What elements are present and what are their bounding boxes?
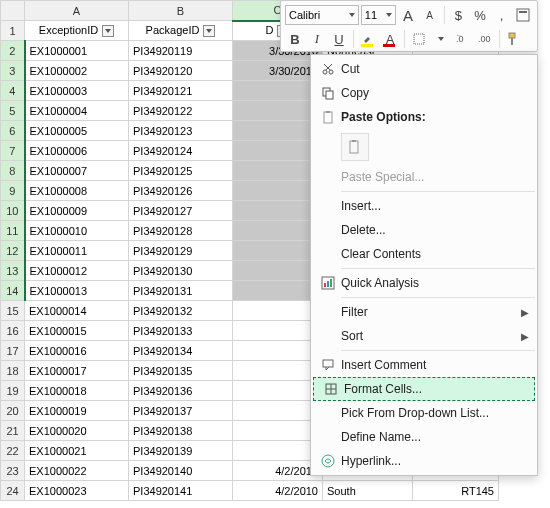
menu-pick-from-list[interactable]: Pick From Drop-down List...: [311, 401, 537, 425]
cell-c[interactable]: 3: [233, 221, 323, 241]
decrease-font-button[interactable]: A: [420, 5, 440, 25]
cell-exceptionid[interactable]: EX1000022: [25, 461, 129, 481]
cell-exceptionid[interactable]: EX1000017: [25, 361, 129, 381]
cell-c[interactable]: [233, 301, 323, 321]
row-header[interactable]: 20: [1, 401, 25, 421]
underline-button[interactable]: U: [329, 29, 349, 49]
borders-button[interactable]: [409, 29, 429, 49]
cell-c[interactable]: 3: [233, 121, 323, 141]
header-cell-exceptionid[interactable]: ExceptionID: [25, 21, 129, 41]
format-button[interactable]: [513, 5, 533, 25]
row-header[interactable]: 16: [1, 321, 25, 341]
decrease-decimal-button[interactable]: .00: [475, 29, 495, 49]
menu-insert-comment[interactable]: Insert Comment: [311, 353, 537, 377]
cell-c[interactable]: 3: [233, 241, 323, 261]
increase-font-button[interactable]: A: [398, 5, 418, 25]
row-header[interactable]: 23: [1, 461, 25, 481]
row-header[interactable]: 12: [1, 241, 25, 261]
cell-c[interactable]: 4/2/2010: [233, 461, 323, 481]
font-name-dropdown[interactable]: Calibri: [285, 5, 359, 25]
cell-packageid[interactable]: PI34920137: [129, 401, 233, 421]
menu-define-name[interactable]: Define Name...: [311, 425, 537, 449]
row-header[interactable]: 10: [1, 201, 25, 221]
cell-packageid[interactable]: PI34920133: [129, 321, 233, 341]
currency-button[interactable]: $: [448, 5, 468, 25]
cell-exceptionid[interactable]: EX1000009: [25, 201, 129, 221]
row-header[interactable]: 22: [1, 441, 25, 461]
row-header-1[interactable]: 1: [1, 21, 25, 41]
cell-packageid[interactable]: PI34920119: [129, 41, 233, 61]
row-header[interactable]: 17: [1, 341, 25, 361]
cell-c[interactable]: 3: [233, 201, 323, 221]
cell-c[interactable]: [233, 381, 323, 401]
menu-sort[interactable]: Sort ▶: [311, 324, 537, 348]
cell-exceptionid[interactable]: EX1000002: [25, 61, 129, 81]
cell-c[interactable]: [233, 401, 323, 421]
cell-exceptionid[interactable]: EX1000007: [25, 161, 129, 181]
row-header[interactable]: 6: [1, 121, 25, 141]
menu-delete[interactable]: Delete...: [311, 218, 537, 242]
cell-packageid[interactable]: PI34920130: [129, 261, 233, 281]
comma-button[interactable]: ,: [492, 5, 512, 25]
row-header[interactable]: 9: [1, 181, 25, 201]
header-cell-packageid[interactable]: PackageID: [129, 21, 233, 41]
cell-packageid[interactable]: PI34920120: [129, 61, 233, 81]
cell-exceptionid[interactable]: EX1000020: [25, 421, 129, 441]
cell-e[interactable]: RT145: [413, 481, 499, 501]
cell-exceptionid[interactable]: EX1000015: [25, 321, 129, 341]
cell-d[interactable]: South: [323, 481, 413, 501]
menu-hyperlink[interactable]: Hyperlink...: [311, 449, 537, 473]
cell-packageid[interactable]: PI34920131: [129, 281, 233, 301]
row-header[interactable]: 8: [1, 161, 25, 181]
cell-c[interactable]: 4/2/2010: [233, 481, 323, 501]
increase-decimal-button[interactable]: .0←: [453, 29, 473, 49]
cell-exceptionid[interactable]: EX1000012: [25, 261, 129, 281]
fill-color-button[interactable]: [358, 29, 378, 49]
row-header[interactable]: 2: [1, 41, 25, 61]
row-header[interactable]: 14: [1, 281, 25, 301]
cell-exceptionid[interactable]: EX1000004: [25, 101, 129, 121]
cell-exceptionid[interactable]: EX1000018: [25, 381, 129, 401]
cell-c[interactable]: [233, 361, 323, 381]
cell-packageid[interactable]: PI34920135: [129, 361, 233, 381]
cell-exceptionid[interactable]: EX1000014: [25, 301, 129, 321]
row-header[interactable]: 7: [1, 141, 25, 161]
cell-c[interactable]: 3: [233, 281, 323, 301]
row-header[interactable]: 11: [1, 221, 25, 241]
cell-c[interactable]: 3/30/2010: [233, 61, 323, 81]
cell-packageid[interactable]: PI34920127: [129, 201, 233, 221]
row-header[interactable]: 4: [1, 81, 25, 101]
cell-c[interactable]: 3: [233, 261, 323, 281]
filter-dropdown-icon[interactable]: [102, 25, 114, 37]
cell-packageid[interactable]: PI34920141: [129, 481, 233, 501]
cell-c[interactable]: 3: [233, 81, 323, 101]
cell-packageid[interactable]: PI34920125: [129, 161, 233, 181]
italic-button[interactable]: I: [307, 29, 327, 49]
row-header[interactable]: 19: [1, 381, 25, 401]
menu-cut[interactable]: Cut: [311, 57, 537, 81]
cell-exceptionid[interactable]: EX1000019: [25, 401, 129, 421]
font-size-dropdown[interactable]: 11: [361, 5, 396, 25]
menu-format-cells[interactable]: Format Cells...: [313, 377, 535, 401]
filter-dropdown-icon[interactable]: [203, 25, 215, 37]
cell-c[interactable]: 3: [233, 181, 323, 201]
paste-button[interactable]: [341, 133, 369, 161]
menu-insert[interactable]: Insert...: [311, 194, 537, 218]
cell-c[interactable]: [233, 441, 323, 461]
menu-quick-analysis[interactable]: Quick Analysis: [311, 271, 537, 295]
row-header[interactable]: 24: [1, 481, 25, 501]
cell-exceptionid[interactable]: EX1000001: [25, 41, 129, 61]
cell-packageid[interactable]: PI34920123: [129, 121, 233, 141]
bold-button[interactable]: B: [285, 29, 305, 49]
cell-c[interactable]: [233, 421, 323, 441]
select-all-corner[interactable]: [1, 1, 25, 21]
cell-c[interactable]: [233, 341, 323, 361]
cell-exceptionid[interactable]: EX1000016: [25, 341, 129, 361]
cell-packageid[interactable]: PI34920128: [129, 221, 233, 241]
row-header[interactable]: 13: [1, 261, 25, 281]
cell-exceptionid[interactable]: EX1000013: [25, 281, 129, 301]
cell-exceptionid[interactable]: EX1000008: [25, 181, 129, 201]
cell-exceptionid[interactable]: EX1000006: [25, 141, 129, 161]
cell-c[interactable]: 3: [233, 141, 323, 161]
column-header-b[interactable]: B: [129, 1, 233, 21]
